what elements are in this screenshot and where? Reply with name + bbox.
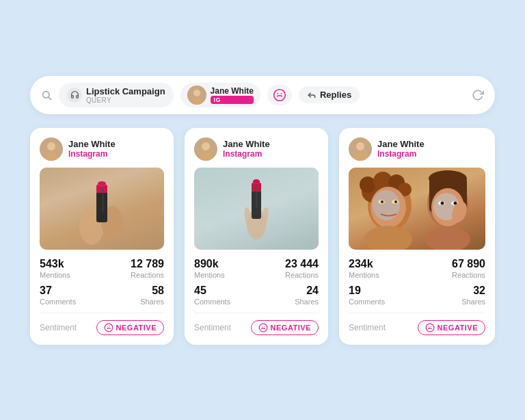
svg-point-49 <box>394 200 397 203</box>
card-3-sentiment-badge[interactable]: NEGATIVE <box>418 320 485 335</box>
card-2-username: Jane White <box>223 139 270 149</box>
card-1-stat-row-2: 37 Comments 58 Shares <box>40 285 164 306</box>
campaign-tag-text: Lipstick Campaign QUERY <box>86 86 165 104</box>
card-1-sentiment-badge[interactable]: NEGATIVE <box>96 320 164 335</box>
card-2-user-info: Jane White Instagram <box>223 139 270 159</box>
card-2-sentiment-badge[interactable]: NEGATIVE <box>251 320 319 335</box>
card-1-shares-block: 58 Shares <box>140 285 164 306</box>
card-3-mentions-block: 234k Mentions <box>349 258 379 279</box>
card-3-header: Jane White Instagram <box>349 137 485 161</box>
card-3-stats: 234k Mentions 67 890 Reactions 19 Commen… <box>349 258 485 306</box>
card-3-stat-row-2: 19 Comments 32 Shares <box>349 285 485 306</box>
card-2-sentiment-label: Sentiment <box>194 323 231 332</box>
card-3-shares-value: 32 <box>473 285 485 297</box>
card-2-stat-row-1: 890k Mentions 23 444 Reactions <box>194 258 319 279</box>
card-2-stats: 890k Mentions 23 444 Reactions 45 Commen… <box>194 258 319 306</box>
ig-badge: IG <box>211 96 254 104</box>
search-icon[interactable] <box>41 90 52 101</box>
card-1-username: Jane White <box>68 139 116 149</box>
card-1-sentiment-label: Sentiment <box>40 323 77 332</box>
campaign-name: Lipstick Campaign <box>86 86 165 96</box>
negative-icon <box>104 323 113 332</box>
negative-icon-2 <box>258 323 268 332</box>
card-1-comments-block: 37 Comments <box>40 285 76 306</box>
card-3-comments-block: 19 Comments <box>349 285 385 306</box>
campaign-sub: QUERY <box>86 96 165 104</box>
card-2-reactions-label: Reactions <box>285 271 319 279</box>
svg-point-36 <box>356 142 364 150</box>
user-tag-name: Jane White <box>211 86 254 96</box>
card-2: Jane White Instagram <box>185 128 328 345</box>
svg-point-6 <box>278 93 279 94</box>
card-1-sentiment-row: Sentiment NEGATIVE <box>40 320 164 335</box>
card-3-stat-row-1: 234k Mentions 67 890 Reactions <box>349 258 485 279</box>
svg-point-3 <box>193 90 200 96</box>
card-1-reactions-block: 12 789 Reactions <box>131 258 164 279</box>
card-2-shares-label: Shares <box>295 298 319 306</box>
svg-point-7 <box>281 93 282 94</box>
card-3-shares-block: 32 Shares <box>461 285 485 306</box>
svg-point-33 <box>261 326 262 326</box>
replies-tag[interactable]: Replies <box>299 86 360 103</box>
card-2-header: Jane White Instagram <box>194 137 319 161</box>
card-1-reactions-label: Reactions <box>131 271 164 279</box>
svg-point-53 <box>429 170 467 187</box>
card-2-reactions-value: 23 444 <box>285 258 319 270</box>
card-2-comments-value: 45 <box>194 285 230 297</box>
svg-rect-17 <box>102 188 104 212</box>
campaign-tag[interactable]: Lipstick Campaign QUERY <box>59 83 174 107</box>
card-3-shares-label: Shares <box>461 298 485 306</box>
user-tag-name-wrap: Jane White IG <box>211 86 254 104</box>
card-2-image <box>194 168 319 250</box>
card-3-negative-text: NEGATIVE <box>438 324 478 332</box>
card-2-divider <box>194 313 319 313</box>
card-2-mentions-value: 890k <box>194 258 225 270</box>
card-2-shares-block: 24 Shares <box>295 285 319 306</box>
card-3-reactions-label: Reactions <box>452 271 485 279</box>
card-3-sentiment-row: Sentiment NEGATIVE <box>349 320 485 335</box>
card-2-avatar <box>194 137 217 161</box>
svg-point-48 <box>381 200 383 203</box>
negative-icon-3 <box>425 323 435 332</box>
user-ig-tag[interactable]: Jane White IG <box>180 83 260 107</box>
card-3-mentions-label: Mentions <box>349 271 379 279</box>
card-1-mentions-value: 543k <box>40 258 70 270</box>
emoji-filter[interactable] <box>267 85 292 105</box>
svg-point-22 <box>202 142 210 150</box>
svg-point-16 <box>98 181 106 185</box>
card-3-sentiment-label: Sentiment <box>349 323 386 332</box>
search-bar: Lipstick Campaign QUERY Jane White IG <box>30 76 495 114</box>
card-3-user-info: Jane White Instagram <box>377 139 425 159</box>
card-1-platform: Instagram <box>68 149 116 159</box>
card-3-avatar <box>349 137 372 161</box>
svg-point-9 <box>47 142 55 150</box>
card-2-comments-label: Comments <box>194 298 230 306</box>
card-3-username: Jane White <box>377 139 425 149</box>
refresh-button[interactable] <box>472 89 484 101</box>
card-1: Jane White Instagram <box>30 128 174 345</box>
card-2-mentions-label: Mentions <box>194 271 225 279</box>
card-1-stat-row-1: 543k Mentions 12 789 Reactions <box>40 258 164 279</box>
card-2-stat-row-2: 45 Comments 24 Shares <box>194 285 319 306</box>
card-1-user-info: Jane White Instagram <box>68 139 116 159</box>
card-3-reactions-block: 67 890 Reactions <box>452 258 485 279</box>
cards-grid: Jane White Instagram <box>30 128 495 345</box>
card-1-divider <box>40 313 164 313</box>
svg-point-30 <box>253 179 260 183</box>
card-3-mentions-value: 234k <box>349 258 379 270</box>
card-2-negative-text: NEGATIVE <box>271 324 311 332</box>
svg-point-61 <box>425 227 470 250</box>
main-container: Lipstick Campaign QUERY Jane White IG <box>30 62 495 358</box>
card-2-platform: Instagram <box>223 149 270 159</box>
svg-point-40 <box>360 176 376 193</box>
card-1-avatar <box>40 137 63 161</box>
card-3-reactions-value: 67 890 <box>452 258 485 270</box>
card-3-platform: Instagram <box>377 149 425 159</box>
card-3-divider <box>349 313 485 313</box>
card-1-image <box>40 168 164 250</box>
card-1-shares-label: Shares <box>140 298 164 306</box>
svg-point-63 <box>428 326 429 326</box>
svg-point-5 <box>274 89 286 101</box>
svg-point-50 <box>364 226 412 250</box>
card-3-comments-label: Comments <box>349 298 385 306</box>
